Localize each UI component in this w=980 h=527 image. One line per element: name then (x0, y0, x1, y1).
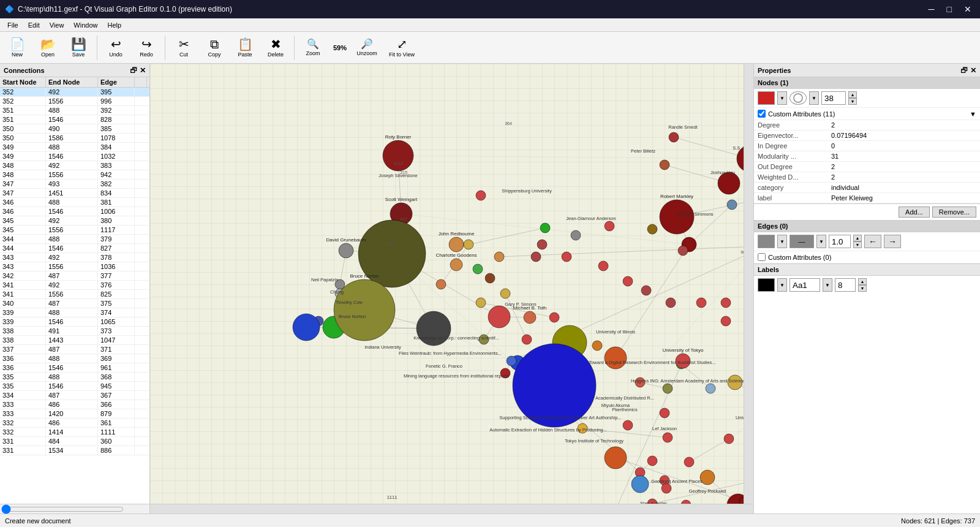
menu-help[interactable]: Help (102, 20, 126, 30)
graph-node[interactable] (524, 311, 536, 324)
table-row[interactable]: 331484360 (0, 437, 149, 446)
graph-node[interactable] (476, 191, 486, 200)
graph-node[interactable] (531, 252, 541, 262)
node-size-input[interactable] (821, 91, 846, 105)
graph-node[interactable] (571, 230, 581, 240)
remove-attribute-button[interactable]: Remove... (932, 207, 976, 218)
graph-node[interactable] (663, 384, 673, 393)
menu-view[interactable]: View (45, 20, 69, 30)
graph-node[interactable] (721, 316, 731, 326)
graph-node[interactable] (436, 279, 446, 289)
menu-window[interactable]: Window (69, 20, 102, 30)
maximize-button[interactable]: □ (943, 3, 956, 15)
table-row[interactable]: 34515561117 (0, 226, 149, 235)
table-row[interactable]: 3521556996 (0, 97, 149, 106)
table-row[interactable]: 334487367 (0, 391, 149, 400)
edge-line-style[interactable]: — (790, 235, 814, 248)
table-row[interactable]: 332486361 (0, 419, 149, 428)
edge-color-swatch[interactable] (758, 235, 775, 248)
edge-color-dropdown[interactable]: ▼ (777, 235, 787, 248)
table-row[interactable]: 3331420879 (0, 409, 149, 419)
graph-node[interactable] (334, 279, 395, 341)
graph-node[interactable] (605, 447, 627, 469)
properties-close-button[interactable]: ✕ (970, 66, 976, 75)
edge-thickness-up[interactable]: ▲ (853, 235, 862, 241)
graph-node[interactable] (549, 313, 559, 322)
table-row[interactable]: 337487371 (0, 345, 149, 354)
graph-node[interactable] (494, 252, 504, 262)
edge-arrow-button[interactable]: ← (864, 235, 881, 248)
connections-table-body[interactable]: 3524923953521556996351488392351154682835… (0, 88, 149, 504)
add-attribute-button[interactable]: Add... (899, 207, 930, 218)
graph-node[interactable] (678, 246, 688, 256)
graph-node[interactable] (605, 347, 627, 369)
graph-node[interactable] (464, 240, 473, 249)
graph-node[interactable] (449, 237, 464, 252)
properties-restore-button[interactable]: 🗗 (960, 66, 968, 75)
graph-node[interactable] (706, 384, 715, 393)
table-row[interactable]: 3351546945 (0, 382, 149, 391)
table-row[interactable]: 345492380 (0, 216, 149, 226)
table-row[interactable]: 3411556825 (0, 290, 149, 299)
connections-restore-button[interactable]: 🗗 (130, 66, 137, 75)
minimize-button[interactable]: ─ (925, 3, 938, 15)
graph-node[interactable] (669, 132, 679, 142)
undo-button[interactable]: ↩ Undo (101, 33, 130, 63)
graph-node[interactable] (718, 172, 740, 194)
graph-svg[interactable]: Roty BornerScott WeingartJohn RedboumeCh… (150, 64, 753, 514)
graph-hscrollbar[interactable] (150, 504, 753, 514)
graph-node[interactable] (724, 434, 734, 444)
table-row[interactable]: 3441546827 (0, 244, 149, 253)
table-row[interactable]: 33915461065 (0, 317, 149, 327)
label-font-input[interactable] (790, 278, 820, 292)
graph-node[interactable] (660, 200, 694, 234)
graph-node[interactable] (476, 298, 486, 308)
graph-node[interactable] (662, 483, 671, 493)
label-size-input[interactable] (835, 278, 856, 292)
new-button[interactable]: 📄 New (2, 33, 32, 63)
table-row[interactable]: 350490385 (0, 124, 149, 134)
menu-edit[interactable]: Edit (23, 20, 45, 30)
table-row[interactable]: 33814431047 (0, 336, 149, 345)
node-size-up[interactable]: ▲ (848, 91, 857, 98)
graph-node[interactable] (507, 356, 516, 366)
zoom-in-button[interactable]: 🔍 Zoom (298, 33, 328, 63)
table-row[interactable]: 3481556942 (0, 170, 149, 180)
table-row[interactable]: 347493382 (0, 180, 149, 189)
table-row[interactable]: 3471451834 (0, 189, 149, 198)
graph-area[interactable]: Roty BornerScott WeingartJohn RedboumeCh… (150, 64, 753, 514)
table-row[interactable]: 346488381 (0, 198, 149, 207)
graph-node[interactable] (339, 243, 353, 258)
graph-node[interactable] (666, 298, 676, 308)
save-button[interactable]: 💾 Save (64, 33, 93, 63)
cut-button[interactable]: ✂ Cut (169, 33, 198, 63)
table-row[interactable]: 333486366 (0, 400, 149, 409)
fit-view-button[interactable]: ⤢ Fit to View (383, 33, 421, 63)
node-size-down[interactable]: ▼ (848, 98, 857, 105)
connections-hscroll-input[interactable] (1, 506, 124, 512)
label-size-up[interactable]: ▲ (858, 278, 867, 285)
graph-node[interactable] (647, 456, 657, 466)
graph-node[interactable] (537, 240, 547, 249)
graph-node[interactable] (562, 252, 571, 262)
delete-button[interactable]: ✖ Delete (261, 33, 290, 63)
graph-node[interactable] (500, 289, 510, 298)
graph-node[interactable] (660, 160, 669, 170)
table-row[interactable]: 340487375 (0, 299, 149, 308)
label-color-swatch[interactable] (758, 278, 775, 292)
zoom-out-button[interactable]: 🔎 Unzoom (352, 33, 382, 63)
graph-node[interactable] (623, 276, 633, 286)
table-row[interactable]: 35015861078 (0, 134, 149, 143)
node-shape-dropdown[interactable]: ▼ (809, 91, 819, 105)
table-row[interactable]: 336488369 (0, 354, 149, 363)
graph-node[interactable] (605, 221, 614, 231)
label-font-dropdown[interactable]: ▼ (823, 278, 832, 292)
connections-hscrollbar[interactable] (0, 504, 149, 514)
table-row[interactable]: 3311534886 (0, 446, 149, 455)
redo-button[interactable]: ↪ Redo (132, 33, 161, 63)
table-row[interactable]: 344488379 (0, 235, 149, 244)
label-size-down[interactable]: ▼ (858, 285, 867, 292)
custom-edge-attributes-checkbox[interactable] (758, 253, 766, 261)
table-row[interactable]: 341492376 (0, 281, 149, 290)
table-row[interactable]: 339488374 (0, 308, 149, 317)
